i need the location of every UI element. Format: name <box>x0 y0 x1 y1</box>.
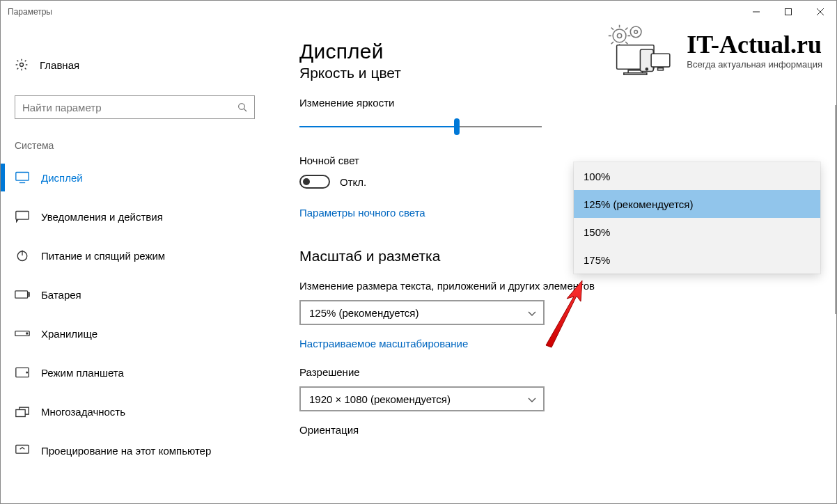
svg-point-29 <box>646 68 648 70</box>
svg-point-17 <box>26 372 28 373</box>
svg-point-21 <box>613 29 626 42</box>
tablet-icon <box>15 367 30 378</box>
sidebar-item-storage[interactable]: Хранилище <box>1 314 269 353</box>
scale-label: Изменение размера текста, приложений и д… <box>299 280 822 292</box>
brightness-label: Изменение яркости <box>299 97 822 109</box>
project-icon <box>15 444 30 457</box>
watermark-logo: IT-Actual.ru Всегда актуальная информаци… <box>603 22 822 77</box>
svg-point-24 <box>634 31 638 34</box>
chat-icon <box>15 210 30 223</box>
resolution-dropdown[interactable]: 1920 × 1080 (рекомендуется) <box>299 386 545 411</box>
sidebar-item-label: Многозадачность <box>41 406 125 418</box>
sidebar-item-notifications[interactable]: Уведомления и действия <box>1 197 269 236</box>
svg-rect-13 <box>28 292 29 296</box>
svg-rect-1 <box>785 9 792 15</box>
scale-dropdown-popup: 100% 125% (рекомендуется) 150% 175% <box>574 162 820 274</box>
sidebar-item-tablet[interactable]: Режим планшета <box>1 353 269 392</box>
power-icon <box>15 249 30 262</box>
scale-option-125[interactable]: 125% (рекомендуется) <box>574 190 820 218</box>
sidebar-item-display[interactable]: Дисплей <box>1 158 269 197</box>
window-title: Параметры <box>8 7 740 17</box>
svg-point-23 <box>631 26 642 38</box>
sidebar: Главная Система Дисплей Уведомления и де… <box>1 23 269 503</box>
logo-title: IT-Actual.ru <box>687 30 822 59</box>
slider-fill <box>299 126 457 127</box>
night-light-settings-link[interactable]: Параметры ночного света <box>299 207 425 219</box>
logo-graphic-icon <box>603 22 680 77</box>
home-link[interactable]: Главная <box>1 51 269 79</box>
svg-point-15 <box>26 333 28 334</box>
scrollbar[interactable] <box>835 105 836 314</box>
toggle-state-text: Откл. <box>340 176 366 188</box>
storage-icon <box>15 330 30 337</box>
sidebar-item-multitask[interactable]: Многозадачность <box>1 392 269 431</box>
scale-option-100[interactable]: 100% <box>574 162 820 190</box>
gear-icon <box>15 58 29 72</box>
svg-point-22 <box>618 33 622 38</box>
close-button[interactable] <box>804 1 836 23</box>
scale-value: 125% (рекомендуется) <box>309 307 419 319</box>
sidebar-item-label: Хранилище <box>41 328 97 340</box>
search-box[interactable] <box>15 95 255 119</box>
svg-rect-7 <box>16 173 29 181</box>
svg-rect-27 <box>624 73 647 74</box>
svg-point-5 <box>239 104 245 110</box>
slider-thumb[interactable] <box>454 118 460 135</box>
scale-dropdown[interactable]: 125% (рекомендуется) <box>299 300 545 325</box>
resolution-label: Разрешение <box>299 366 822 378</box>
sidebar-item-label: Дисплей <box>41 172 83 184</box>
sidebar-item-label: Проецирование на этот компьютер <box>41 445 211 457</box>
sidebar-item-battery[interactable]: Батарея <box>1 275 269 314</box>
monitor-icon <box>15 171 30 184</box>
orientation-label: Ориентация <box>299 424 822 436</box>
custom-scaling-link[interactable]: Настраиваемое масштабирование <box>299 338 468 349</box>
window-controls <box>740 1 836 23</box>
sidebar-item-label: Уведомления и действия <box>41 211 163 223</box>
sidebar-item-label: Батарея <box>41 289 81 301</box>
sidebar-item-label: Режим планшета <box>41 367 124 379</box>
search-icon <box>230 102 254 113</box>
svg-rect-30 <box>651 54 670 67</box>
chevron-down-icon <box>528 393 536 405</box>
chevron-down-icon <box>528 307 536 319</box>
sidebar-item-label: Питание и спящий режим <box>41 250 165 262</box>
scale-option-150[interactable]: 150% <box>574 218 820 246</box>
sidebar-item-power[interactable]: Питание и спящий режим <box>1 236 269 275</box>
sidebar-nav: Дисплей Уведомления и действия Питание и… <box>1 158 269 470</box>
resolution-value: 1920 × 1080 (рекомендуется) <box>309 393 451 405</box>
svg-point-4 <box>20 63 24 67</box>
scale-option-175[interactable]: 175% <box>574 246 820 274</box>
svg-line-6 <box>244 109 247 111</box>
minimize-button[interactable] <box>740 1 772 23</box>
brightness-slider[interactable] <box>299 117 542 136</box>
battery-icon <box>15 290 30 299</box>
toggle-knob <box>303 178 310 185</box>
multitask-icon <box>15 405 30 418</box>
svg-rect-9 <box>16 212 29 220</box>
sidebar-category: Система <box>1 140 269 158</box>
logo-subtitle: Всегда актуальная информация <box>687 59 822 70</box>
search-input[interactable] <box>15 102 230 113</box>
svg-rect-19 <box>16 410 25 417</box>
maximize-button[interactable] <box>772 1 804 23</box>
svg-rect-31 <box>658 68 664 70</box>
sidebar-item-project[interactable]: Проецирование на этот компьютер <box>1 431 269 470</box>
home-label: Главная <box>40 59 79 71</box>
titlebar: Параметры <box>1 1 836 23</box>
svg-rect-20 <box>16 446 29 454</box>
svg-rect-12 <box>15 291 28 298</box>
night-light-toggle[interactable] <box>299 175 330 189</box>
